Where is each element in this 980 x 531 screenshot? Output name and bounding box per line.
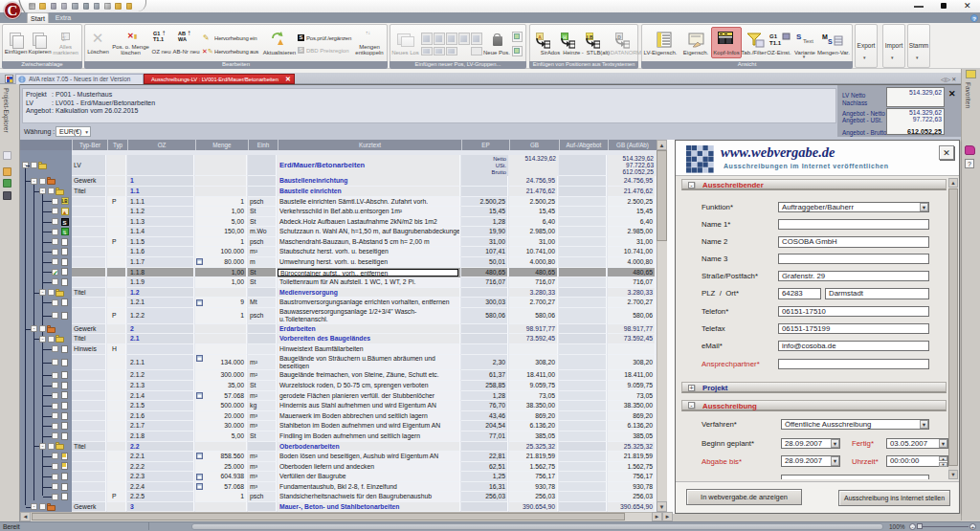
svg-text:S: S xyxy=(796,33,802,41)
svg-text:T1.1: T1.1 xyxy=(769,40,782,46)
svg-text:Text: Text xyxy=(803,38,813,44)
svg-text:G1: G1 xyxy=(769,33,778,39)
svg-text:S: S xyxy=(828,38,833,45)
